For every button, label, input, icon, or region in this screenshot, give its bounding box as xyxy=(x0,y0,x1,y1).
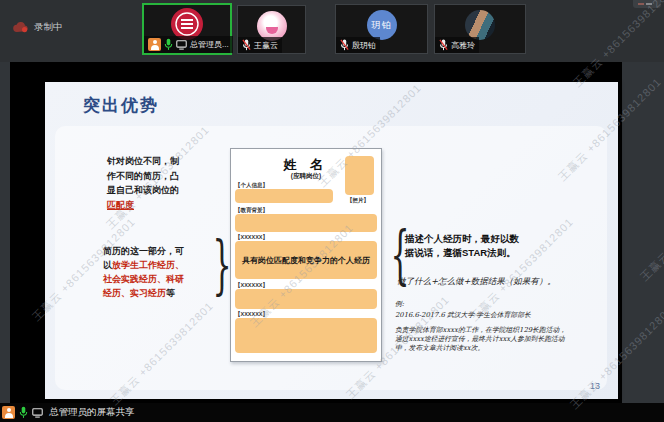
resume-block-personal xyxy=(235,189,333,203)
resume-template-card: 姓 名 (应聘岗位) 【个人信息】 【照片】 【教育背景】 【XXXXXX】 具… xyxy=(230,148,382,362)
recording-indicator: 录制中 xyxy=(13,21,63,34)
resume-label-education: 【教育背景】 xyxy=(235,207,268,214)
resume-photo-placeholder xyxy=(345,156,374,195)
screen-share-icon xyxy=(176,40,187,50)
formula-line: 做了什么+怎么做+数据结果（如果有）。 xyxy=(397,276,607,288)
participant-tile-gao[interactable]: 高雅玲 xyxy=(434,4,526,54)
participant-status-bar: 王赢云 xyxy=(238,37,282,53)
mic-muted-icon xyxy=(242,39,251,51)
resume-block-highlight: 具有岗位匹配度和竞争力的个人经历 xyxy=(235,241,377,279)
share-status-bar: 总管理员的屏幕共享 xyxy=(0,403,664,422)
presentation-slide: 突出优势 针对岗位不同，制作不同的简历，凸显自己和该岗位的匹配度 简历的这一部分… xyxy=(45,82,618,399)
participant-tile-wang[interactable]: 王赢云 xyxy=(237,5,306,54)
avatar-initials: 玥铂 xyxy=(372,19,392,32)
example-position-line: 2016.6-2017.6 武汉大学 学生会体育部部长 xyxy=(395,311,567,320)
participant-status-bar: 总管理员... xyxy=(144,36,233,53)
participant-tile-admin[interactable]: 总管理员... xyxy=(142,3,232,55)
resume-block-x3 xyxy=(235,318,377,353)
participant-status-bar: 殷玥铂 xyxy=(336,37,380,53)
meeting-window: 录制中 总管理员... xyxy=(0,0,664,422)
initials-avatar: 玥铂 xyxy=(367,10,397,40)
example-detail-paragraph: 负责学院体育部xxxx的工作，在学院组织129长跑活动，通过xxxx途径进行宣传… xyxy=(395,326,567,353)
host-person-icon xyxy=(2,406,15,419)
participant-name: 总管理员... xyxy=(190,39,229,50)
resume-block-x2 xyxy=(235,289,377,309)
resume-label-x3: 【XXXXXX】 xyxy=(235,311,268,318)
note-highlight-red: 匹配度 xyxy=(107,200,134,210)
participant-status-bar: 高雅玲 xyxy=(435,37,479,53)
top-bar: 录制中 总管理员... xyxy=(0,0,664,62)
recording-cloud-icon xyxy=(13,22,29,33)
curly-brace-right-pointing: } xyxy=(213,234,232,297)
participant-name: 王赢云 xyxy=(254,40,278,51)
host-person-icon xyxy=(148,38,161,51)
resume-label-x1: 【XXXXXX】 xyxy=(235,234,268,241)
resume-block-education xyxy=(235,214,377,232)
mic-on-icon xyxy=(164,38,173,51)
resume-highlight-text: 具有岗位匹配度和竞争力的个人经历 xyxy=(242,255,370,266)
resume-label-photo: 【照片】 xyxy=(347,197,369,204)
slide-title: 突出优势 xyxy=(83,94,159,117)
resume-label-personal-info: 【个人信息】 xyxy=(235,182,268,189)
participant-tile-yin[interactable]: 玥铂 殷玥铂 xyxy=(335,4,428,54)
mic-muted-icon xyxy=(439,39,448,51)
resume-label-x2: 【XXXXXX】 xyxy=(235,282,268,289)
mic-muted-icon xyxy=(340,39,349,51)
mic-on-icon xyxy=(19,406,28,419)
collapsed-toolbar-fragment[interactable] xyxy=(633,0,661,8)
watermark-text: 王赢云 +8615639812801 xyxy=(637,175,664,285)
participant-name: 高雅玲 xyxy=(451,40,475,51)
note-target-position: 针对岗位不同，制作不同的简历，凸显自己和该岗位的匹配度 xyxy=(107,154,187,212)
photo-avatar xyxy=(465,10,495,40)
recording-label: 录制中 xyxy=(34,21,63,34)
share-banner-label: 总管理员的屏幕共享 xyxy=(49,406,135,419)
example-label: 例: xyxy=(395,300,567,309)
pink-avatar xyxy=(257,11,287,41)
note-experience-section: 简历的这一部分，可以放学生工作经历、社会实践经历、科研经历、实习经历等 xyxy=(103,244,189,300)
example-block: 例: 2016.6-2017.6 武汉大学 学生会体育部部长 负责学院体育部xx… xyxy=(395,300,567,353)
slide-page-number: 13 xyxy=(590,381,600,391)
screen-share-icon xyxy=(32,408,43,418)
note-star-rule: 描述个人经历时，最好以数据说话，遵循STAR法则。 xyxy=(405,232,519,259)
participant-name: 殷玥铂 xyxy=(352,40,376,51)
